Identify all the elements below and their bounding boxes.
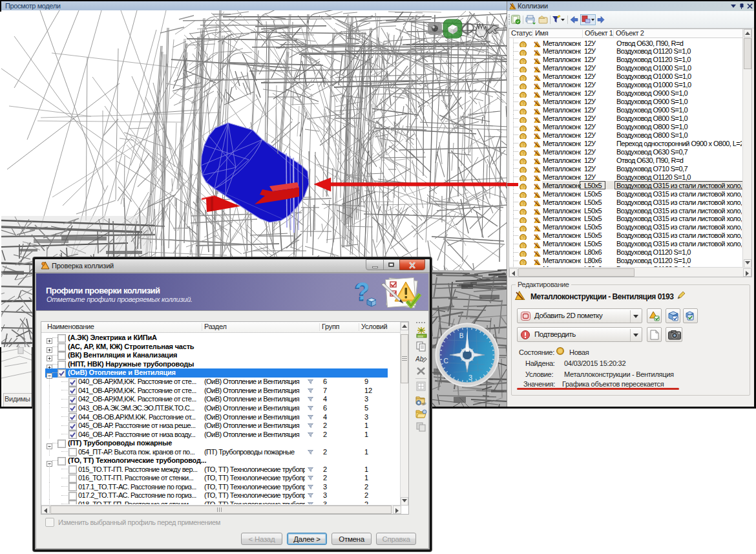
- svg-text:?: ?: [522, 76, 525, 81]
- svg-text:?: ?: [522, 202, 525, 206]
- svg-text:?: ?: [522, 101, 525, 106]
- svg-text:?: ?: [522, 110, 525, 114]
- svg-text:?: ?: [522, 185, 525, 189]
- svg-text:?: ?: [522, 168, 525, 173]
- svg-text:SP: SP: [422, 402, 426, 406]
- svg-text:?: ?: [522, 134, 525, 139]
- svg-text:?: ?: [522, 51, 525, 56]
- svg-text:xxxx: xxxx: [417, 335, 424, 338]
- svg-text:?: ?: [522, 218, 525, 223]
- svg-text:?: ?: [522, 244, 525, 248]
- svg-text:С: С: [443, 357, 448, 365]
- svg-text:?: ?: [522, 151, 525, 156]
- svg-text:З: З: [468, 374, 472, 381]
- svg-text:?: ?: [522, 235, 525, 240]
- svg-text:?: ?: [522, 68, 525, 72]
- svg-text:В: В: [459, 332, 464, 339]
